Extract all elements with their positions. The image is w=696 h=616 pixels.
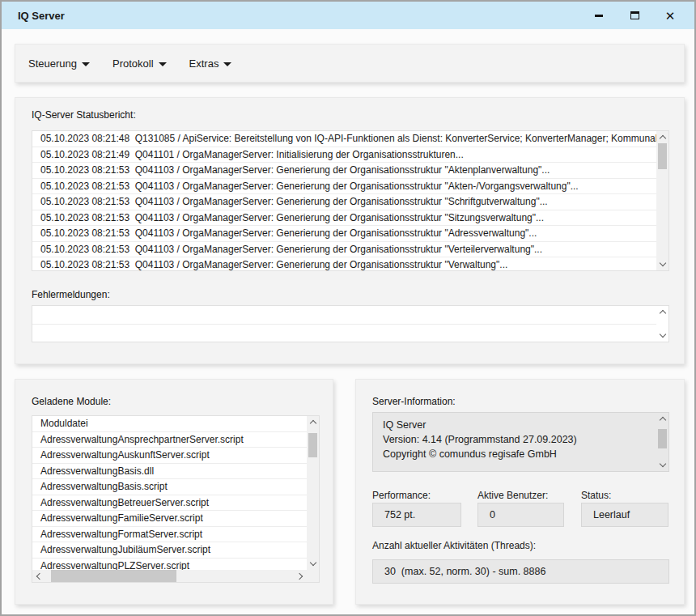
minimize-button[interactable]	[581, 2, 617, 29]
menu-protokoll[interactable]: Protokoll	[112, 57, 167, 70]
menu-steuerung[interactable]: Steuerung	[28, 57, 90, 70]
horizontal-scrollbar[interactable]	[32, 570, 307, 582]
vertical-scrollbar[interactable]	[656, 413, 668, 471]
scroll-down-icon	[659, 260, 665, 266]
vertical-scrollbar[interactable]	[656, 131, 668, 270]
scroll-up-icon	[659, 310, 665, 316]
scroll-down-button[interactable]	[656, 459, 668, 471]
scroll-up-button[interactable]	[656, 306, 668, 318]
scroll-up-button[interactable]	[307, 416, 319, 428]
menu-bar: Steuerung Protokoll Extras	[15, 44, 685, 83]
list-item[interactable]: AdressverwaltungJubiläumServer.script	[32, 542, 307, 559]
vertical-scrollbar[interactable]	[656, 306, 668, 342]
list-item[interactable]: 05.10.2023 08:21:53 Q041103 / OrgaManage…	[32, 163, 656, 179]
list-item[interactable]: AdressverwaltungPLZServer.script	[32, 559, 307, 571]
scrollbar-thumb[interactable]	[658, 143, 667, 169]
app-window: IQ Server ✕ Steuerung Protokoll Extras I…	[0, 0, 696, 616]
close-button[interactable]: ✕	[652, 2, 688, 29]
window-controls: ✕	[581, 2, 694, 29]
menu-protokoll-label: Protokoll	[112, 57, 154, 70]
titlebar[interactable]: IQ Server ✕	[2, 2, 694, 29]
scrollbar-thumb[interactable]	[658, 429, 667, 448]
status-report-rows: 05.10.2023 08:21:48 Q131085 / ApiService…	[32, 131, 656, 270]
minimize-icon	[595, 15, 603, 17]
menu-steuerung-label: Steuerung	[28, 57, 77, 70]
scroll-down-icon	[309, 559, 316, 566]
server-info-text: IQ Server Version: 4.14 (Programmstand 2…	[383, 418, 652, 461]
scroll-left-button[interactable]	[32, 570, 45, 582]
list-item[interactable]: 05.10.2023 08:21:53 Q041103 / OrgaManage…	[32, 226, 656, 242]
scroll-right-button[interactable]	[295, 570, 307, 582]
window-title: IQ Server	[2, 10, 65, 22]
errors-label: Fehlermeldungen:	[32, 289, 110, 300]
scroll-right-icon	[296, 572, 303, 579]
list-item[interactable]: AdressverwaltungFamilieServer.script	[32, 511, 307, 527]
active-users-label: Aktive Benutzer:	[477, 490, 548, 501]
list-item[interactable]: AdressverwaltungBetreuerServer.script	[32, 495, 307, 512]
list-item[interactable]: AdressverwaltungAnsprechpartnerServer.sc…	[32, 432, 307, 448]
maximize-button[interactable]	[617, 2, 652, 29]
server-info-box: IQ Server Version: 4.14 (Programmstand 2…	[372, 412, 669, 472]
column-header[interactable]: Moduldatei	[32, 416, 307, 432]
list-item	[32, 306, 656, 325]
scroll-up-icon	[659, 417, 665, 423]
list-item[interactable]: AdressverwaltungBasis.script	[32, 479, 307, 495]
scrollbar-corner	[307, 570, 319, 582]
scroll-down-button[interactable]	[656, 329, 668, 342]
threads-label: Anzahl aktueller Aktivitäten (Threads):	[372, 540, 536, 551]
list-item[interactable]: AdressverwaltungBasis.dll	[32, 464, 307, 480]
modules-rows: Moduldatei AdressverwaltungAnsprechpartn…	[32, 416, 307, 570]
status-value: Leerlauf	[581, 503, 668, 527]
list-item[interactable]: 05.10.2023 08:21:48 Q131085 / ApiService…	[32, 131, 656, 147]
scrollbar-thumb[interactable]	[51, 570, 176, 582]
list-item[interactable]: 05.10.2023 08:21:53 Q041103 / OrgaManage…	[32, 179, 656, 195]
modules-panel: Geladene Module: Moduldatei Adressverwal…	[15, 379, 333, 605]
scroll-up-button[interactable]	[656, 131, 668, 143]
dropdown-arrow-icon	[223, 62, 231, 66]
status-label: Status:	[581, 490, 611, 501]
performance-label: Performance:	[372, 490, 431, 501]
scroll-down-icon	[659, 331, 665, 338]
scroll-left-icon	[36, 572, 43, 579]
threads-value: 30 (max. 52, norm. 30) - sum. 8886	[372, 559, 669, 584]
list-item[interactable]: AdressverwaltungFormatServer.script	[32, 527, 307, 543]
scroll-up-icon	[309, 420, 316, 427]
dropdown-arrow-icon	[82, 62, 90, 66]
scrollbar-thumb[interactable]	[308, 433, 317, 457]
status-report-label: IQ-Server Statusbericht:	[32, 109, 136, 121]
vertical-scrollbar[interactable]	[307, 416, 319, 570]
list-item[interactable]: 05.10.2023 08:21:53 Q041103 / OrgaManage…	[32, 242, 656, 258]
scroll-up-icon	[659, 135, 665, 142]
menu-extras[interactable]: Extras	[189, 57, 232, 70]
maximize-icon	[630, 11, 639, 19]
active-users-value: 0	[477, 503, 564, 527]
list-item[interactable]: 05.10.2023 08:21:49 Q041101 / OrgaManage…	[32, 147, 656, 164]
list-item[interactable]: AdressverwaltungAuskunftServer.script	[32, 448, 307, 464]
status-report-panel: IQ-Server Statusbericht: 05.10.2023 08:2…	[15, 97, 685, 364]
scroll-up-button[interactable]	[656, 413, 668, 425]
menu-extras-label: Extras	[189, 57, 219, 70]
close-icon: ✕	[665, 10, 676, 22]
list-item[interactable]: 05.10.2023 08:21:53 Q041103 / OrgaManage…	[32, 257, 656, 270]
dropdown-arrow-icon	[159, 62, 167, 66]
list-item[interactable]: 05.10.2023 08:21:53 Q041103 / OrgaManage…	[32, 210, 656, 227]
status-report-list: 05.10.2023 08:21:48 Q131085 / ApiService…	[32, 130, 669, 271]
scroll-down-button[interactable]	[307, 558, 319, 570]
list-item[interactable]: 05.10.2023 08:21:53 Q041103 / OrgaManage…	[32, 194, 656, 210]
errors-rows	[32, 306, 656, 342]
scroll-down-icon	[659, 461, 665, 467]
errors-list	[32, 305, 669, 342]
performance-value: 752 pt.	[372, 503, 461, 527]
server-info-panel: Server-Information: IQ Server Version: 4…	[355, 379, 685, 605]
modules-list: Moduldatei AdressverwaltungAnsprechpartn…	[32, 415, 320, 583]
server-info-label: Server-Information:	[372, 396, 456, 407]
scroll-down-button[interactable]	[656, 258, 668, 270]
modules-label: Geladene Module:	[32, 396, 111, 407]
